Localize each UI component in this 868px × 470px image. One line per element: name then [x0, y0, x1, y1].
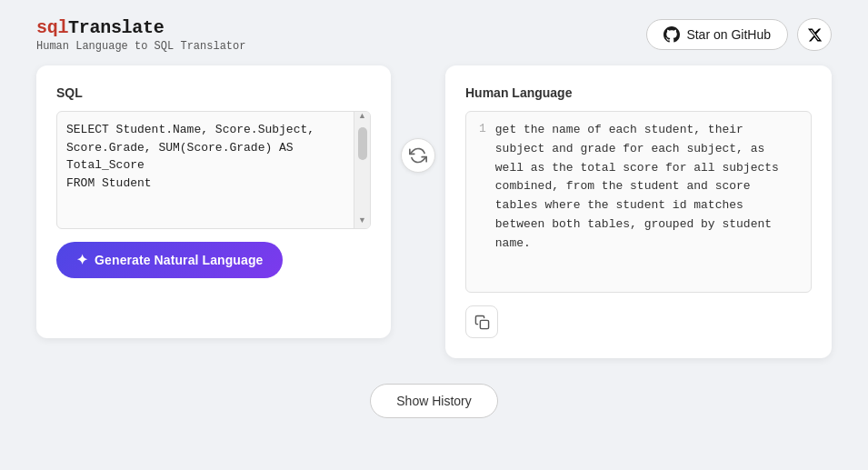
show-history-button[interactable]: Show History — [370, 384, 497, 418]
generate-button[interactable]: ✦ Generate Natural Language — [56, 242, 283, 278]
swap-icon — [409, 146, 427, 165]
github-button[interactable]: Star on GitHub — [646, 19, 788, 50]
app-title: sqlTranslate — [36, 16, 245, 38]
main-content: SQL SELECT Student.Name, Score.Subject, … — [0, 65, 868, 358]
logo-sql: sql — [36, 17, 68, 38]
app-header: sqlTranslate Human Language to SQL Trans… — [0, 0, 868, 65]
sql-input[interactable]: SELECT Student.Name, Score.Subject, Scor… — [57, 112, 370, 228]
copy-icon — [474, 315, 490, 330]
logo-area: sqlTranslate Human Language to SQL Trans… — [36, 16, 245, 53]
scroll-down-arrow[interactable]: ▼ — [358, 216, 366, 225]
human-text-row: 1 get the name of each student, their su… — [479, 121, 798, 254]
svg-rect-0 — [480, 320, 488, 328]
human-text: get the name of each student, their subj… — [495, 121, 798, 254]
app-subtitle: Human Language to SQL Translator — [36, 40, 245, 53]
sql-textarea-wrapper: SELECT Student.Name, Score.Subject, Scor… — [56, 111, 371, 229]
human-content-area: 1 get the name of each student, their su… — [465, 111, 812, 293]
scrollbar-thumb — [358, 127, 367, 160]
scrollbar: ▲ ▼ — [354, 112, 370, 228]
human-panel: Human Language 1 get the name of each st… — [445, 65, 832, 358]
sql-panel-label: SQL — [56, 85, 371, 100]
sql-panel: SQL SELECT Student.Name, Score.Subject, … — [36, 65, 391, 338]
swap-wrapper — [391, 65, 445, 173]
logo-translate: Translate — [68, 17, 164, 38]
generate-label: Generate Natural Language — [95, 253, 263, 267]
scroll-up-arrow[interactable]: ▲ — [358, 112, 366, 120]
spark-icon: ✦ — [76, 252, 88, 268]
github-icon — [663, 26, 680, 43]
twitter-button[interactable] — [797, 18, 832, 51]
footer-area: Show History — [0, 384, 868, 418]
copy-button[interactable] — [465, 305, 498, 338]
human-panel-label: Human Language — [465, 85, 812, 100]
twitter-icon — [807, 27, 823, 43]
line-number: 1 — [479, 121, 486, 254]
header-actions: Star on GitHub — [646, 18, 832, 51]
swap-button[interactable] — [401, 138, 435, 173]
github-label: Star on GitHub — [686, 27, 771, 42]
